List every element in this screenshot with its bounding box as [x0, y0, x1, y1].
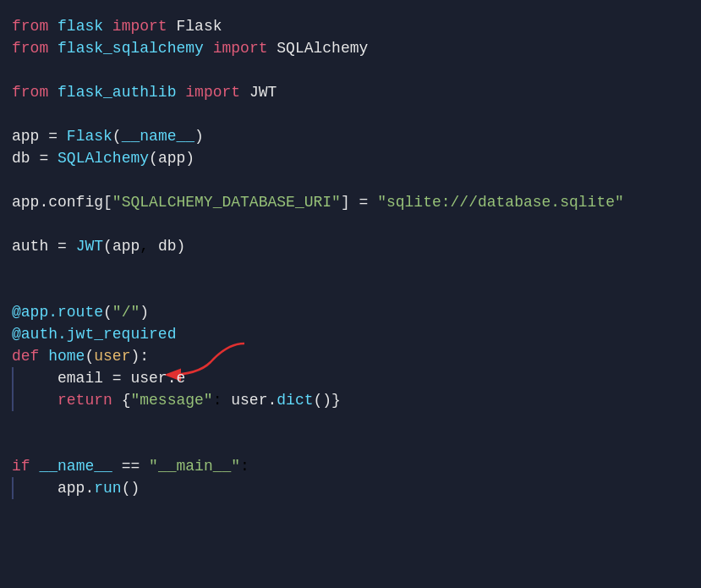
- code-line-14: @app.route ( "/" ): [12, 301, 689, 323]
- code-line-10: [12, 213, 689, 235]
- func-dict: dict: [277, 389, 313, 411]
- module-flask-sqlalchemy: flask_sqlalchemy: [58, 37, 204, 59]
- func-home: home: [48, 345, 85, 367]
- code-line-9: app . config [ "SQLALCHEMY_DATABASE_URI"…: [12, 191, 689, 213]
- op-eq: ==: [122, 455, 140, 477]
- indent-bar-22: [12, 477, 14, 499]
- string-message-key: "message": [130, 389, 212, 411]
- decorator-jwt-required: @auth.jwt_required: [12, 323, 176, 345]
- keyword-def: def: [12, 345, 39, 367]
- var-app: app: [12, 125, 39, 147]
- code-line-15: @auth.jwt_required: [12, 323, 689, 345]
- code-line-18: return { "message" : user . dict ()}: [12, 389, 689, 411]
- string-main: "__main__": [149, 455, 240, 477]
- decorator-route: @app.route: [12, 301, 103, 323]
- string-db-uri-key: "SQLALCHEMY_DATABASE_URI": [112, 191, 341, 213]
- code-line-16: def home ( user ):: [12, 345, 689, 367]
- code-line-7: db = SQLAlchemy ( app ): [12, 147, 689, 169]
- import-jwt: JWT: [249, 81, 277, 103]
- var-app-config: app: [12, 191, 39, 213]
- code-line-2: from flask_sqlalchemy import SQLAlchemy: [12, 37, 689, 59]
- code-line-20: [12, 433, 689, 455]
- code-line-5: [12, 103, 689, 125]
- dunder-name-2: __name__: [39, 455, 112, 477]
- module-flask-authlib: flask_authlib: [58, 81, 176, 103]
- keyword-import-2: import: [213, 37, 268, 59]
- code-line-22: app . run (): [12, 477, 689, 499]
- var-auth: auth: [12, 235, 48, 257]
- indent-bar-18: [12, 389, 14, 411]
- dunder-name: __name__: [122, 125, 194, 147]
- code-line-12: [12, 257, 689, 279]
- keyword-from-3: from: [12, 81, 48, 103]
- code-line-11: auth = JWT ( app , db ): [12, 235, 689, 257]
- func-run: run: [94, 477, 121, 499]
- op-assign-5: =: [112, 367, 122, 389]
- route-path: "/": [112, 301, 140, 323]
- param-user: user: [94, 345, 130, 367]
- var-user-2: user: [231, 389, 267, 411]
- code-line-17: email = user . e: [12, 367, 689, 389]
- code-line-6: app = Flask ( __name__ ): [12, 125, 689, 147]
- func-jwt: JWT: [76, 235, 103, 257]
- op-assign-4: =: [58, 235, 67, 257]
- op-assign-2: =: [39, 147, 48, 169]
- keyword-from-2: from: [12, 37, 48, 59]
- op-assign-3: =: [359, 191, 369, 213]
- keyword-if: if: [12, 455, 30, 477]
- arg-app: app: [158, 147, 185, 169]
- var-email: email: [58, 367, 103, 389]
- code-line-4: from flask_authlib import JWT: [12, 81, 689, 103]
- keyword-import: import: [112, 15, 167, 37]
- code-line-8: [12, 169, 689, 191]
- string-db-uri-val: "sqlite:///database.sqlite": [377, 191, 624, 213]
- code-line-13: [12, 279, 689, 301]
- arg-db: db: [158, 235, 177, 257]
- import-flask: Flask: [176, 15, 222, 37]
- keyword-return: return: [58, 389, 112, 411]
- arg-app-2: app: [112, 235, 140, 257]
- var-app-run: app: [58, 477, 85, 499]
- attr-config: config: [48, 191, 103, 213]
- import-sqlalchemy: SQLAlchemy: [277, 37, 368, 59]
- code-line-1: from flask import Flask: [12, 15, 689, 37]
- keyword-from: from: [12, 15, 48, 37]
- code-line-21: if __name__ == "__main__" :: [12, 455, 689, 477]
- code-line-3: [12, 59, 689, 81]
- func-flask: Flask: [67, 125, 112, 147]
- keyword-import-3: import: [185, 81, 240, 103]
- indent-bar-17: [12, 367, 14, 389]
- code-line-19: [12, 411, 689, 433]
- var-db: db: [12, 147, 30, 169]
- var-user-email: user: [130, 367, 167, 389]
- module-flask: flask: [58, 15, 103, 37]
- func-sqlalchemy: SQLAlchemy: [58, 147, 149, 169]
- code-editor: from flask import Flask from flask_sqlal…: [0, 0, 701, 588]
- op-assign: =: [48, 125, 58, 147]
- attr-email: e: [176, 367, 185, 389]
